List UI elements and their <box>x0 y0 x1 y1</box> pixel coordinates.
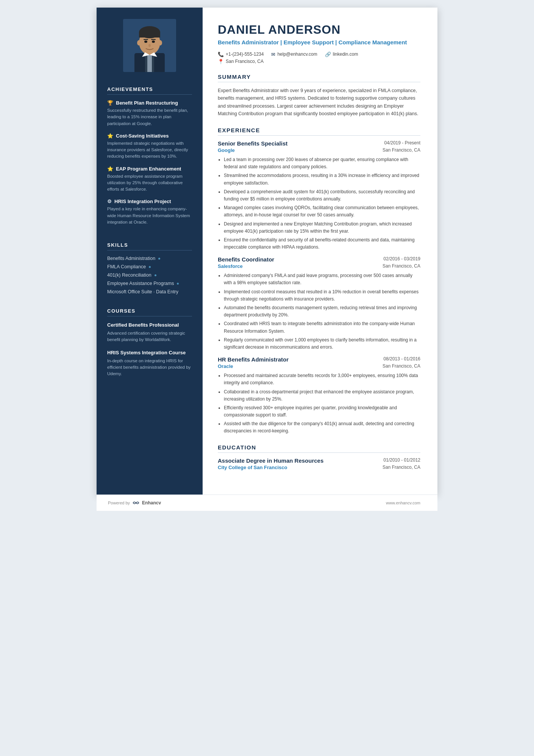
location-contact: 📍 San Francisco, CA <box>218 59 420 64</box>
edu-entry: Associate Degree in Human Resources 01/2… <box>218 457 420 470</box>
achievement-item: ⭐ EAP Program Enhancement Boosted employ… <box>107 166 192 193</box>
job-bullets: Administered company's FMLA and paid lea… <box>218 272 420 351</box>
bullet-item: Regularly communicated with over 1,000 e… <box>224 337 420 351</box>
photo-section <box>97 8 203 80</box>
skill-item: 401(k) Reconciliation <box>107 272 192 278</box>
footer-left: Powered by Enhancv <box>108 500 161 506</box>
bullet-item: Administered company's FMLA and paid lea… <box>224 272 420 286</box>
job-location: San Francisco, CA <box>383 363 420 369</box>
job-entry: HR Benefits Administrator 08/2013 - 01/2… <box>218 356 420 435</box>
job-company: Oracle <box>218 363 233 369</box>
job-dates: 08/2013 - 01/2016 <box>384 356 420 362</box>
course-title-text: HRIS Systems Integration Course <box>107 349 192 356</box>
footer: Powered by Enhancv www.enhancv.com <box>97 495 437 511</box>
svg-point-14 <box>158 40 162 45</box>
job-entry: Benefits Coordinator 02/2016 - 03/2019 S… <box>218 256 420 351</box>
location-text: San Francisco, CA <box>226 59 264 64</box>
job-location: San Francisco, CA <box>383 263 420 269</box>
powered-by-text: Powered by <box>108 501 130 505</box>
achievement-desc: Implemented strategic negotiations with … <box>107 140 192 160</box>
email-text: help@enhancv.com <box>277 52 317 57</box>
job-dates: 04/2019 - Present <box>384 140 420 146</box>
experience-title: EXPERIENCE <box>218 127 420 136</box>
bullet-item: Managed complex cases involving QDROs, f… <box>224 204 420 219</box>
location-icon: 📍 <box>218 59 224 64</box>
phone-icon: 📞 <box>218 52 224 57</box>
svg-rect-7 <box>139 32 160 38</box>
skill-text: Microsoft Office Suite · Data Entry <box>107 289 178 294</box>
skill-item: FMLA Compliance <box>107 264 192 269</box>
gear-icon: ⚙ <box>107 199 112 204</box>
email-icon: ✉ <box>271 52 275 57</box>
svg-rect-3 <box>147 54 152 72</box>
sidebar: ACHIEVEMENTS 🏆 Benefit Plan Restructurin… <box>97 8 203 495</box>
achievement-title-text: EAP Program Enhancement <box>116 166 181 172</box>
skill-text: FMLA Compliance <box>107 264 146 269</box>
summary-text: Expert Benefits Administrator with over … <box>218 87 420 118</box>
bullet-item: Coordinated with HRIS team to integrate … <box>224 320 420 335</box>
skills-title: SKILLS <box>107 242 192 250</box>
course-desc: In-depth course on integrating HRIS for … <box>107 358 192 377</box>
skills-list: Benefits Administration FMLA Compliance … <box>107 256 192 294</box>
job-location: San Francisco, CA <box>383 147 420 153</box>
svg-rect-10 <box>144 39 148 40</box>
svg-point-8 <box>144 41 147 43</box>
phone-contact: 📞 +1-(234)-555-1234 <box>218 52 264 57</box>
edu-school: City College of San Francisco <box>218 465 287 470</box>
course-desc: Advanced certification covering strategi… <box>107 330 192 343</box>
footer-logo-text: Enhancv <box>142 500 161 506</box>
main-content: DANIEL ANDERSON Benefits Administrator |… <box>203 8 437 495</box>
bullet-item: Streamlined the accommodations process, … <box>224 172 420 186</box>
courses-title: COURSES <box>107 308 192 316</box>
course-item: HRIS Systems Integration Course In-depth… <box>107 349 192 377</box>
bullet-item: Processed and maintained accurate benefi… <box>224 372 420 387</box>
edu-dates: 01/2010 - 01/2012 <box>384 457 420 464</box>
achievement-title-text: Cost-Saving Initiatives <box>116 133 169 139</box>
skill-text: 401(k) Reconciliation <box>107 272 151 278</box>
job-bullets: Led a team in processing over 200 leaves… <box>218 156 420 251</box>
bullet-item: Led a team in processing over 200 leaves… <box>224 156 420 171</box>
experience-section: EXPERIENCE Senior Benefits Specialist 04… <box>218 127 420 435</box>
enhancv-logo-icon <box>132 501 140 505</box>
edu-degree: Associate Degree in Human Resources <box>218 457 323 464</box>
achievements-section: ACHIEVEMENTS 🏆 Benefit Plan Restructurin… <box>97 80 203 235</box>
skill-item: Employee Assistance Programs <box>107 281 192 286</box>
achievement-desc: Successfully restructured the benefit pl… <box>107 107 192 127</box>
achievement-desc: Played a key role in enhancing company-w… <box>107 206 192 225</box>
skill-dot <box>158 258 160 260</box>
achievement-title-text: HRIS Integration Project <box>114 199 171 204</box>
footer-website: www.enhancv.com <box>386 501 420 505</box>
achievement-item: ⚙ HRIS Integration Project Played a key … <box>107 199 192 225</box>
job-company: Google <box>218 147 235 153</box>
bullet-item: Ensured the confidentiality and security… <box>224 236 420 251</box>
phone-text: +1-(234)-555-1234 <box>226 52 264 57</box>
skills-section: SKILLS Benefits Administration FMLA Comp… <box>97 235 203 301</box>
achievements-title: ACHIEVEMENTS <box>107 86 192 95</box>
bullet-item: Implemented cost-control measures that r… <box>224 288 420 303</box>
svg-point-9 <box>152 41 155 43</box>
course-title-text: Certified Benefits Professional <box>107 322 192 329</box>
job-dates: 02/2016 - 03/2019 <box>384 256 420 261</box>
skill-dot <box>149 266 151 268</box>
svg-point-13 <box>137 40 141 45</box>
job-company: Salesforce <box>218 263 243 269</box>
bullet-item: Developed a comprehensive audit system f… <box>224 188 420 203</box>
bullet-item: Designed and implemented a new Employer … <box>224 221 420 235</box>
skill-item: Benefits Administration <box>107 256 192 261</box>
course-item: Certified Benefits Professional Advanced… <box>107 322 192 343</box>
avatar <box>123 19 176 72</box>
bullet-item: Collaborated in a cross-departmental pro… <box>224 388 420 403</box>
skill-dot <box>177 283 179 285</box>
bullet-item: Assisted with the due diligence for the … <box>224 420 420 435</box>
achievement-title-text: Benefit Plan Restructuring <box>116 100 178 106</box>
education-section: EDUCATION Associate Degree in Human Reso… <box>218 444 420 470</box>
achievement-item: ⭐ Cost-Saving Initiatives Implemented st… <box>107 133 192 160</box>
candidate-header: DANIEL ANDERSON Benefits Administrator |… <box>218 23 420 64</box>
skill-text: Benefits Administration <box>107 256 155 261</box>
star-icon: ⭐ <box>107 133 113 139</box>
bullet-item: Efficiently resolved 300+ employee inqui… <box>224 404 420 419</box>
star-icon: ⭐ <box>107 166 113 172</box>
linkedin-contact: 🔗 linkedin.com <box>325 52 358 57</box>
job-bullets: Processed and maintained accurate benefi… <box>218 372 420 435</box>
job-title: Benefits Coordinator <box>218 256 274 263</box>
